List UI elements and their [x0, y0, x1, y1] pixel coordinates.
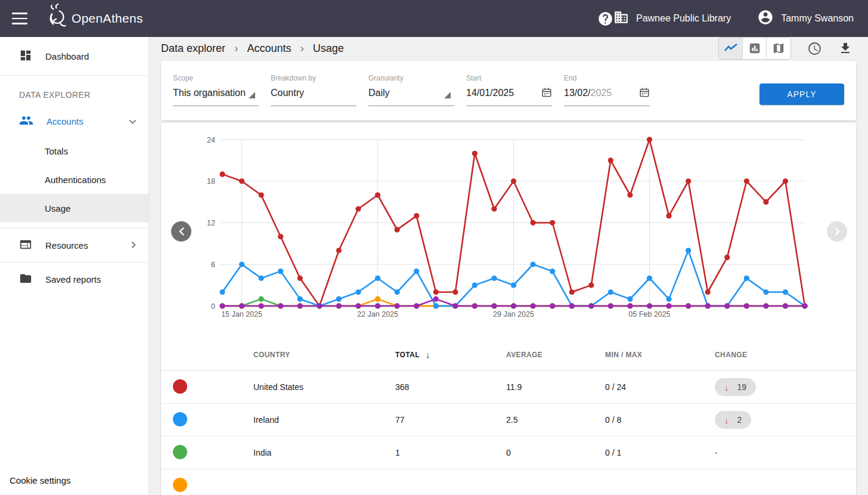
data-point[interactable]: [414, 268, 419, 274]
data-point[interactable]: [550, 220, 555, 225]
data-point[interactable]: [647, 137, 652, 142]
data-point[interactable]: [627, 296, 633, 302]
data-point[interactable]: [414, 303, 419, 308]
chart-next-button[interactable]: [827, 221, 847, 242]
data-point[interactable]: [472, 283, 478, 288]
sidebar-item-authentications[interactable]: Authentications: [0, 165, 148, 194]
apply-button[interactable]: APPLY: [760, 83, 844, 105]
data-point[interactable]: [433, 296, 439, 302]
data-point[interactable]: [395, 289, 400, 295]
user-menu[interactable]: Tammy Swanson: [757, 9, 854, 28]
menu-icon[interactable]: [12, 13, 27, 24]
data-point[interactable]: [239, 178, 244, 184]
data-point[interactable]: [744, 178, 749, 184]
column-change[interactable]: CHANGE: [715, 351, 856, 359]
table-row[interactable]: United States36811.90 / 24↓19: [161, 371, 856, 404]
data-point[interactable]: [219, 172, 225, 177]
data-point[interactable]: [491, 303, 497, 308]
start-date-field[interactable]: Start 14/01/2025: [466, 74, 552, 120]
data-point[interactable]: [608, 303, 613, 308]
data-point[interactable]: [472, 151, 478, 156]
data-point[interactable]: [375, 303, 380, 308]
map-view-button[interactable]: [767, 38, 790, 59]
column-min-max[interactable]: MIN / MAX: [605, 351, 715, 359]
data-point[interactable]: [375, 192, 380, 197]
table-row[interactable]: Ireland772.50 / 8↓2: [161, 404, 856, 437]
data-point[interactable]: [608, 157, 613, 163]
organisation-switcher[interactable]: Pawnee Public Library: [613, 10, 731, 27]
data-point[interactable]: [666, 303, 671, 308]
data-point[interactable]: [627, 192, 633, 197]
data-point[interactable]: [705, 303, 711, 308]
table-row[interactable]: India100 / 1-: [161, 437, 856, 469]
data-point[interactable]: [588, 303, 594, 308]
data-point[interactable]: [608, 289, 613, 295]
data-point[interactable]: [239, 303, 244, 308]
data-point[interactable]: [666, 296, 671, 302]
data-point[interactable]: [783, 303, 788, 308]
data-point[interactable]: [744, 303, 749, 308]
help-icon[interactable]: [597, 11, 613, 27]
cookie-settings-link[interactable]: Cookie settings: [10, 475, 71, 485]
data-point[interactable]: [802, 303, 807, 308]
column-total[interactable]: TOTAL↓: [395, 349, 506, 360]
data-point[interactable]: [297, 296, 303, 302]
data-point[interactable]: [259, 276, 264, 281]
end-date-field[interactable]: End 13/02/2025: [564, 74, 650, 120]
data-point[interactable]: [511, 178, 516, 184]
data-point[interactable]: [433, 289, 439, 295]
data-point[interactable]: [744, 276, 749, 281]
breadcrumb-accounts[interactable]: Accounts: [247, 42, 291, 55]
sidebar-item-accounts[interactable]: Accounts: [0, 106, 148, 137]
data-point[interactable]: [511, 283, 516, 288]
data-point[interactable]: [278, 268, 283, 274]
column-average[interactable]: AVERAGE: [506, 351, 605, 359]
data-point[interactable]: [259, 296, 264, 302]
data-point[interactable]: [724, 303, 730, 308]
schedule-icon[interactable]: [807, 41, 822, 56]
breakdown-select[interactable]: Breakdown by Country: [271, 74, 356, 120]
data-point[interactable]: [550, 268, 555, 274]
download-icon[interactable]: [838, 41, 852, 55]
data-point[interactable]: [355, 303, 361, 308]
data-point[interactable]: [219, 303, 225, 308]
data-point[interactable]: [647, 276, 652, 281]
data-point[interactable]: [705, 289, 711, 295]
line-chart-view-button[interactable]: [719, 38, 743, 59]
data-point[interactable]: [783, 289, 788, 295]
data-point[interactable]: [336, 296, 342, 302]
granularity-select[interactable]: Granularity Daily: [368, 74, 454, 120]
data-point[interactable]: [627, 303, 633, 308]
column-country[interactable]: COUNTRY: [253, 351, 395, 359]
data-point[interactable]: [530, 220, 535, 225]
data-point[interactable]: [763, 303, 768, 308]
data-point[interactable]: [550, 303, 555, 308]
data-point[interactable]: [259, 303, 264, 308]
data-point[interactable]: [239, 262, 244, 267]
data-point[interactable]: [724, 255, 730, 260]
sidebar-item-resources[interactable]: Resources: [0, 228, 148, 262]
data-point[interactable]: [686, 303, 691, 308]
breadcrumb-data-explorer[interactable]: Data explorer: [161, 42, 225, 55]
scope-select[interactable]: Scope This organisation: [173, 74, 259, 120]
usage-chart[interactable]: 0612182415 Jan 202522 Jan 202529 Jan 202…: [161, 123, 856, 336]
data-point[interactable]: [763, 289, 768, 295]
openathens-brand[interactable]: OpenAthens: [43, 4, 143, 33]
bar-chart-view-button[interactable]: [743, 38, 767, 59]
data-point[interactable]: [588, 283, 594, 288]
data-point[interactable]: [395, 227, 400, 233]
data-point[interactable]: [259, 192, 264, 197]
data-point[interactable]: [355, 206, 361, 212]
data-point[interactable]: [375, 276, 380, 281]
data-point[interactable]: [433, 303, 439, 308]
data-point[interactable]: [219, 289, 225, 295]
data-point[interactable]: [530, 303, 535, 308]
data-point[interactable]: [472, 303, 478, 308]
table-row[interactable]: [161, 469, 856, 495]
sidebar-item-saved-reports[interactable]: Saved reports: [0, 262, 148, 296]
data-point[interactable]: [491, 206, 497, 212]
data-point[interactable]: [686, 178, 691, 184]
data-point[interactable]: [452, 303, 458, 308]
data-point[interactable]: [336, 248, 342, 253]
data-point[interactable]: [783, 178, 788, 184]
